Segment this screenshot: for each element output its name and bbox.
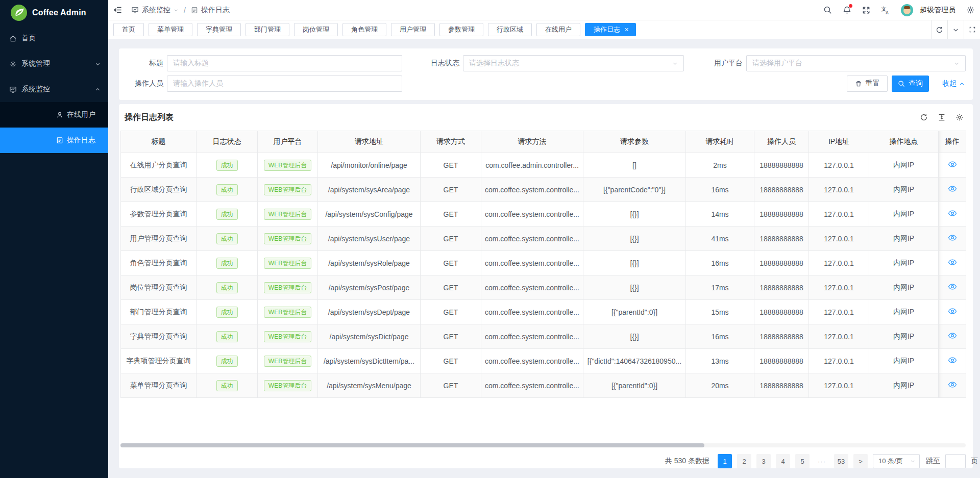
tabs-menu-button[interactable] [947, 20, 964, 39]
view-icon[interactable] [948, 160, 957, 169]
view-icon[interactable] [948, 233, 957, 242]
tab-7[interactable]: 用户管理 [391, 23, 435, 36]
column-header: 操作人员 [754, 131, 809, 153]
view-icon[interactable] [948, 331, 957, 340]
fullscreen-icon[interactable] [862, 6, 870, 14]
jump-page-input[interactable] [945, 454, 966, 468]
scrollbar-thumb[interactable] [120, 443, 704, 447]
table-cell: [{}] [583, 324, 686, 349]
next-page-button[interactable]: > [853, 454, 868, 468]
breadcrumb-item-monitor[interactable]: 系统监控 [142, 6, 170, 15]
settings-gear-icon[interactable] [955, 113, 964, 121]
settings-gear-icon[interactable] [966, 6, 975, 14]
view-icon[interactable] [948, 282, 957, 291]
page-suffix: 页 [971, 457, 978, 466]
tabs-refresh-button[interactable] [931, 20, 947, 39]
tab-6[interactable]: 角色管理 [342, 23, 386, 36]
pagination: 共 530 条数据 12345···53 > 10 条/页 跳至 页 [120, 454, 978, 468]
page-button-53[interactable]: 53 [834, 454, 848, 468]
tab-11[interactable]: 操作日志✕ [585, 23, 636, 36]
view-action-cell[interactable] [939, 275, 966, 300]
table-cell: WEB管理后台 [258, 324, 318, 349]
view-action-cell[interactable] [939, 153, 966, 178]
table-cell: WEB管理后台 [258, 227, 318, 251]
operator-filter-input[interactable]: 请输入操作人员 [167, 76, 402, 92]
page-button-4[interactable]: 4 [776, 454, 790, 468]
doc-icon [191, 7, 198, 14]
platform-badge: WEB管理后台 [264, 160, 311, 171]
column-header: 请求耗时 [686, 131, 754, 153]
view-action-cell[interactable] [939, 178, 966, 202]
view-action-cell[interactable] [939, 373, 966, 398]
notification-bell[interactable] [843, 6, 851, 14]
translate-icon[interactable]: 文A [881, 6, 890, 15]
search-button[interactable]: 查询 [892, 76, 929, 92]
table-row: 角色管理分页查询成功WEB管理后台/api/system/sysRole/pag… [121, 251, 966, 275]
view-icon[interactable] [948, 380, 957, 389]
tabs-fullscreen-button[interactable] [964, 20, 980, 39]
view-action-cell[interactable] [939, 324, 966, 349]
svg-text:A: A [886, 10, 889, 15]
view-action-cell[interactable] [939, 202, 966, 227]
maximize-icon [969, 26, 976, 33]
table-cell: 127.0.0.1 [809, 275, 869, 300]
page-button-1[interactable]: 1 [718, 454, 732, 468]
tab-10[interactable]: 在线用户 [536, 23, 580, 36]
sidebar-item-home[interactable]: 首页 [0, 26, 108, 51]
tab-9[interactable]: 行政区域 [488, 23, 532, 36]
sidebar-item-system-monitor[interactable]: 系统监控 [0, 77, 108, 102]
column-header: 操作地点 [869, 131, 939, 153]
avatar[interactable] [901, 4, 913, 16]
tab-8[interactable]: 参数管理 [439, 23, 483, 36]
row-height-icon[interactable] [938, 113, 946, 121]
username[interactable]: 超级管理员 [920, 6, 955, 15]
chevron-down-icon[interactable] [174, 8, 179, 13]
view-action-cell[interactable] [939, 227, 966, 251]
title-filter-input[interactable]: 请输入标题 [167, 55, 402, 71]
tab-3[interactable]: 字典管理 [197, 23, 241, 36]
brand-leaf-icon [11, 5, 27, 21]
view-action-cell[interactable] [939, 300, 966, 324]
refresh-icon[interactable] [920, 113, 928, 121]
view-icon[interactable] [948, 184, 957, 193]
table-cell: /api/system/sysDept/page [318, 300, 421, 324]
search-icon[interactable] [823, 6, 832, 14]
platform-filter-select[interactable]: 请选择用户平台 [746, 55, 966, 71]
tab-2[interactable]: 菜单管理 [149, 23, 192, 36]
view-action-cell[interactable] [939, 349, 966, 373]
sidebar-item-system-management[interactable]: 系统管理 [0, 51, 108, 77]
tab-5[interactable]: 岗位管理 [294, 23, 338, 36]
horizontal-scrollbar[interactable] [120, 443, 966, 447]
column-header: 操作 [939, 131, 966, 153]
table-cell: com.coffee.system.controlle... [481, 324, 583, 349]
search-icon [898, 80, 905, 87]
chevron-up-icon [95, 87, 101, 92]
page-button-2[interactable]: 2 [737, 454, 751, 468]
sidebar-item-online-users[interactable]: 在线用户 [0, 102, 108, 128]
view-icon[interactable] [948, 258, 957, 267]
reset-button[interactable]: 重置 [847, 76, 888, 92]
view-icon[interactable] [948, 356, 957, 365]
view-icon[interactable] [948, 209, 957, 218]
page-button-3[interactable]: 3 [756, 454, 771, 468]
page-button-5[interactable]: 5 [795, 454, 810, 468]
menu-fold-icon[interactable] [113, 6, 122, 14]
sidebar-item-operation-log[interactable]: 操作日志 [0, 128, 108, 153]
status-filter-select[interactable]: 请选择日志状态 [463, 55, 684, 71]
table-cell: 内网IP [869, 300, 939, 324]
table-cell: 内网IP [869, 349, 939, 373]
collapse-link[interactable]: 收起 [942, 79, 965, 88]
table-cell: GET [421, 300, 481, 324]
table-cell: 14ms [686, 202, 754, 227]
tab-4[interactable]: 部门管理 [246, 23, 289, 36]
platform-badge: WEB管理后台 [264, 209, 311, 220]
table-cell: com.coffee.system.controlle... [481, 202, 583, 227]
close-tab-icon[interactable]: ✕ [624, 27, 629, 33]
view-icon[interactable] [948, 307, 957, 316]
table-cell: 角色管理分页查询 [121, 251, 197, 275]
page-size-select[interactable]: 10 条/页 [873, 454, 920, 468]
sidebar: Coffee Admin 首页 系统管理 系统监控 在线用户 操作日志 [0, 0, 108, 478]
breadcrumb: 系统监控 / 操作日志 [131, 6, 230, 15]
view-action-cell[interactable] [939, 251, 966, 275]
tab-1[interactable]: 首页 [113, 23, 144, 36]
